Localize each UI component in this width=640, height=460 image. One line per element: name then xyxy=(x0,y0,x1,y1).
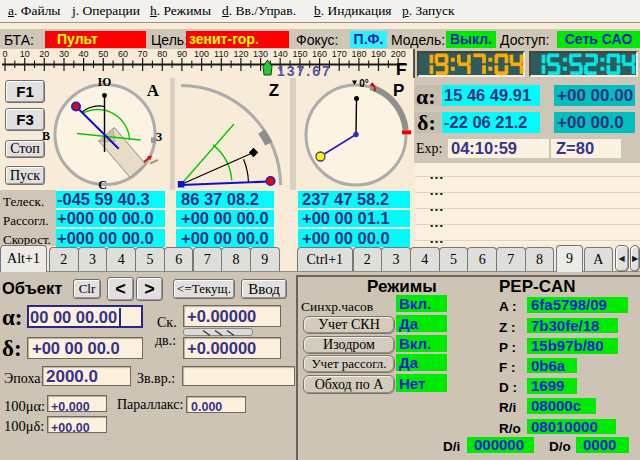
svg-text:З: З xyxy=(156,130,162,144)
svg-text:0°: 0° xyxy=(359,78,369,89)
svg-text:В: В xyxy=(42,129,50,143)
svg-text:Z: Z xyxy=(269,81,279,100)
svg-text:А: А xyxy=(147,81,160,100)
svg-text:Ю: Ю xyxy=(98,75,112,89)
